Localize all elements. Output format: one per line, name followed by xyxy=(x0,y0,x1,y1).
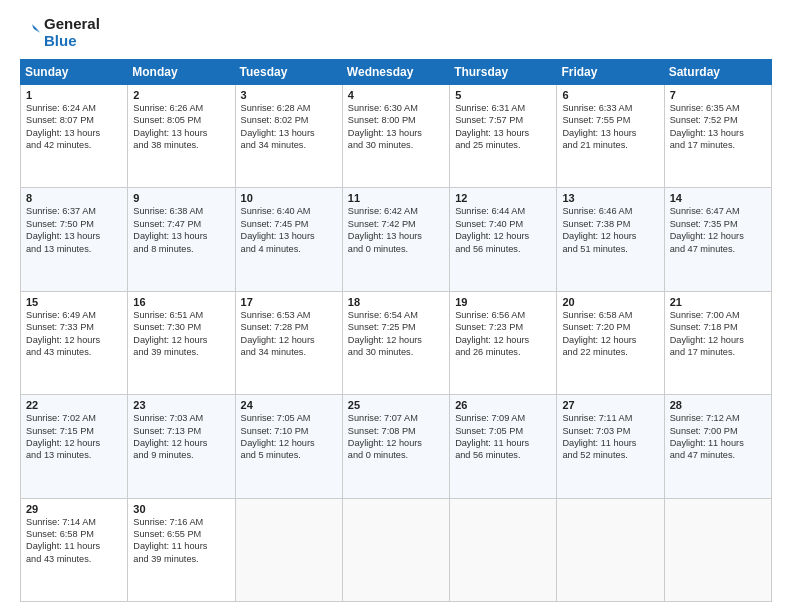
cell-text: Sunrise: 6:38 AMSunset: 7:47 PMDaylight:… xyxy=(133,205,229,255)
cell-text: Sunrise: 6:30 AMSunset: 8:00 PMDaylight:… xyxy=(348,102,444,152)
cell-text: Sunrise: 6:24 AMSunset: 8:07 PMDaylight:… xyxy=(26,102,122,152)
day-number: 15 xyxy=(26,296,122,308)
cell-text: Sunrise: 6:42 AMSunset: 7:42 PMDaylight:… xyxy=(348,205,444,255)
day-header-saturday: Saturday xyxy=(664,60,771,85)
cell-text: Sunrise: 7:14 AMSunset: 6:58 PMDaylight:… xyxy=(26,516,122,566)
day-header-tuesday: Tuesday xyxy=(235,60,342,85)
day-number: 23 xyxy=(133,399,229,411)
cell-text: Sunrise: 7:11 AMSunset: 7:03 PMDaylight:… xyxy=(562,412,658,462)
calendar-week-row: 29Sunrise: 7:14 AMSunset: 6:58 PMDayligh… xyxy=(21,498,772,601)
day-number: 24 xyxy=(241,399,337,411)
page: General Blue SundayMondayTuesdayWednesda… xyxy=(0,0,792,612)
day-number: 26 xyxy=(455,399,551,411)
day-number: 11 xyxy=(348,192,444,204)
day-number: 21 xyxy=(670,296,766,308)
cell-text: Sunrise: 6:46 AMSunset: 7:38 PMDaylight:… xyxy=(562,205,658,255)
calendar-cell: 27Sunrise: 7:11 AMSunset: 7:03 PMDayligh… xyxy=(557,395,664,498)
calendar-cell: 1Sunrise: 6:24 AMSunset: 8:07 PMDaylight… xyxy=(21,85,128,188)
svg-marker-1 xyxy=(32,25,40,33)
day-header-friday: Friday xyxy=(557,60,664,85)
calendar-table: SundayMondayTuesdayWednesdayThursdayFrid… xyxy=(20,59,772,602)
calendar-cell: 6Sunrise: 6:33 AMSunset: 7:55 PMDaylight… xyxy=(557,85,664,188)
cell-text: Sunrise: 6:53 AMSunset: 7:28 PMDaylight:… xyxy=(241,309,337,359)
day-header-monday: Monday xyxy=(128,60,235,85)
day-number: 17 xyxy=(241,296,337,308)
day-number: 8 xyxy=(26,192,122,204)
calendar-cell xyxy=(664,498,771,601)
calendar-cell: 12Sunrise: 6:44 AMSunset: 7:40 PMDayligh… xyxy=(450,188,557,291)
header: General Blue xyxy=(20,16,772,49)
calendar-cell: 25Sunrise: 7:07 AMSunset: 7:08 PMDayligh… xyxy=(342,395,449,498)
calendar-cell: 22Sunrise: 7:02 AMSunset: 7:15 PMDayligh… xyxy=(21,395,128,498)
calendar-cell: 10Sunrise: 6:40 AMSunset: 7:45 PMDayligh… xyxy=(235,188,342,291)
calendar-cell xyxy=(450,498,557,601)
cell-text: Sunrise: 6:33 AMSunset: 7:55 PMDaylight:… xyxy=(562,102,658,152)
cell-text: Sunrise: 6:49 AMSunset: 7:33 PMDaylight:… xyxy=(26,309,122,359)
logo: General Blue xyxy=(20,16,100,49)
calendar-cell xyxy=(557,498,664,601)
day-number: 20 xyxy=(562,296,658,308)
cell-text: Sunrise: 6:40 AMSunset: 7:45 PMDaylight:… xyxy=(241,205,337,255)
calendar-cell: 23Sunrise: 7:03 AMSunset: 7:13 PMDayligh… xyxy=(128,395,235,498)
cell-text: Sunrise: 6:47 AMSunset: 7:35 PMDaylight:… xyxy=(670,205,766,255)
day-number: 22 xyxy=(26,399,122,411)
calendar-cell: 7Sunrise: 6:35 AMSunset: 7:52 PMDaylight… xyxy=(664,85,771,188)
logo-general-text: General xyxy=(44,16,100,33)
calendar-cell: 4Sunrise: 6:30 AMSunset: 8:00 PMDaylight… xyxy=(342,85,449,188)
calendar-cell: 26Sunrise: 7:09 AMSunset: 7:05 PMDayligh… xyxy=(450,395,557,498)
calendar-cell xyxy=(342,498,449,601)
calendar-week-row: 22Sunrise: 7:02 AMSunset: 7:15 PMDayligh… xyxy=(21,395,772,498)
cell-text: Sunrise: 6:35 AMSunset: 7:52 PMDaylight:… xyxy=(670,102,766,152)
cell-text: Sunrise: 6:28 AMSunset: 8:02 PMDaylight:… xyxy=(241,102,337,152)
calendar-cell: 14Sunrise: 6:47 AMSunset: 7:35 PMDayligh… xyxy=(664,188,771,291)
calendar-cell: 24Sunrise: 7:05 AMSunset: 7:10 PMDayligh… xyxy=(235,395,342,498)
cell-text: Sunrise: 6:37 AMSunset: 7:50 PMDaylight:… xyxy=(26,205,122,255)
cell-text: Sunrise: 7:03 AMSunset: 7:13 PMDaylight:… xyxy=(133,412,229,462)
day-number: 27 xyxy=(562,399,658,411)
day-number: 10 xyxy=(241,192,337,204)
calendar-week-row: 1Sunrise: 6:24 AMSunset: 8:07 PMDaylight… xyxy=(21,85,772,188)
day-number: 3 xyxy=(241,89,337,101)
day-number: 25 xyxy=(348,399,444,411)
day-header-wednesday: Wednesday xyxy=(342,60,449,85)
calendar-cell: 21Sunrise: 7:00 AMSunset: 7:18 PMDayligh… xyxy=(664,291,771,394)
logo-blue-text: Blue xyxy=(44,33,100,50)
calendar-cell: 18Sunrise: 6:54 AMSunset: 7:25 PMDayligh… xyxy=(342,291,449,394)
day-number: 7 xyxy=(670,89,766,101)
day-number: 9 xyxy=(133,192,229,204)
day-number: 1 xyxy=(26,89,122,101)
calendar-cell: 28Sunrise: 7:12 AMSunset: 7:00 PMDayligh… xyxy=(664,395,771,498)
calendar-cell: 11Sunrise: 6:42 AMSunset: 7:42 PMDayligh… xyxy=(342,188,449,291)
calendar-cell: 29Sunrise: 7:14 AMSunset: 6:58 PMDayligh… xyxy=(21,498,128,601)
calendar-cell: 2Sunrise: 6:26 AMSunset: 8:05 PMDaylight… xyxy=(128,85,235,188)
day-number: 4 xyxy=(348,89,444,101)
calendar-cell: 9Sunrise: 6:38 AMSunset: 7:47 PMDaylight… xyxy=(128,188,235,291)
cell-text: Sunrise: 6:44 AMSunset: 7:40 PMDaylight:… xyxy=(455,205,551,255)
calendar-cell: 17Sunrise: 6:53 AMSunset: 7:28 PMDayligh… xyxy=(235,291,342,394)
cell-text: Sunrise: 7:00 AMSunset: 7:18 PMDaylight:… xyxy=(670,309,766,359)
cell-text: Sunrise: 7:16 AMSunset: 6:55 PMDaylight:… xyxy=(133,516,229,566)
cell-text: Sunrise: 6:58 AMSunset: 7:20 PMDaylight:… xyxy=(562,309,658,359)
cell-text: Sunrise: 6:54 AMSunset: 7:25 PMDaylight:… xyxy=(348,309,444,359)
day-number: 30 xyxy=(133,503,229,515)
day-header-sunday: Sunday xyxy=(21,60,128,85)
day-number: 5 xyxy=(455,89,551,101)
calendar-cell: 15Sunrise: 6:49 AMSunset: 7:33 PMDayligh… xyxy=(21,291,128,394)
cell-text: Sunrise: 7:09 AMSunset: 7:05 PMDaylight:… xyxy=(455,412,551,462)
cell-text: Sunrise: 7:05 AMSunset: 7:10 PMDaylight:… xyxy=(241,412,337,462)
day-number: 29 xyxy=(26,503,122,515)
day-number: 19 xyxy=(455,296,551,308)
day-number: 2 xyxy=(133,89,229,101)
calendar-week-row: 8Sunrise: 6:37 AMSunset: 7:50 PMDaylight… xyxy=(21,188,772,291)
logo-svg-icon xyxy=(20,22,42,44)
calendar-week-row: 15Sunrise: 6:49 AMSunset: 7:33 PMDayligh… xyxy=(21,291,772,394)
cell-text: Sunrise: 6:26 AMSunset: 8:05 PMDaylight:… xyxy=(133,102,229,152)
day-number: 13 xyxy=(562,192,658,204)
day-header-thursday: Thursday xyxy=(450,60,557,85)
calendar-cell: 19Sunrise: 6:56 AMSunset: 7:23 PMDayligh… xyxy=(450,291,557,394)
cell-text: Sunrise: 7:02 AMSunset: 7:15 PMDaylight:… xyxy=(26,412,122,462)
svg-marker-0 xyxy=(32,24,40,32)
calendar-header-row: SundayMondayTuesdayWednesdayThursdayFrid… xyxy=(21,60,772,85)
cell-text: Sunrise: 6:31 AMSunset: 7:57 PMDaylight:… xyxy=(455,102,551,152)
calendar-cell: 16Sunrise: 6:51 AMSunset: 7:30 PMDayligh… xyxy=(128,291,235,394)
